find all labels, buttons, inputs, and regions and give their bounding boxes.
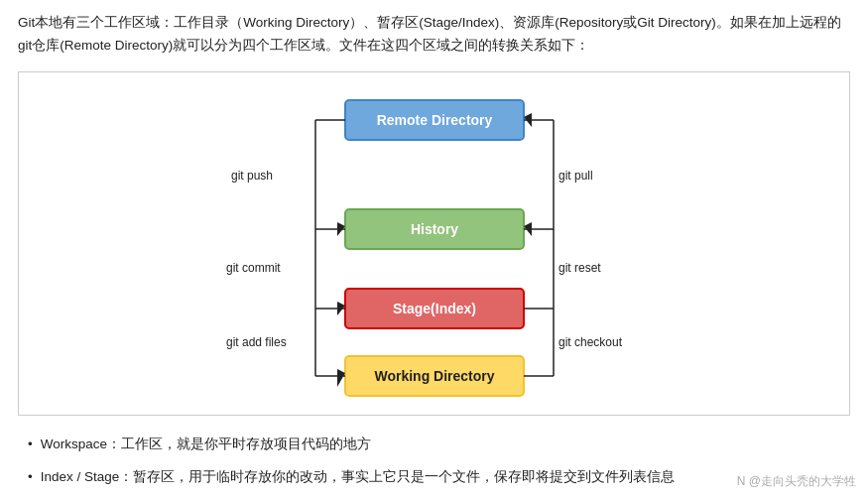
git-push-label: git push	[231, 169, 273, 183]
bullet-workspace-key: Workspace	[41, 434, 107, 456]
bullet-workspace: Workspace：工作区，就是你平时存放项目代码的地方	[18, 434, 850, 456]
git-flow-diagram: Remote Directory History Stage(Index) Wo…	[226, 90, 643, 398]
git-checkout-label: git checkout	[558, 335, 623, 349]
git-commit-label: git commit	[226, 261, 281, 275]
git-pull-label: git pull	[558, 169, 593, 183]
git-reset-label: git reset	[558, 261, 601, 275]
diagram-svg-area: Remote Directory History Stage(Index) Wo…	[226, 90, 643, 401]
diagram-container: Remote Directory History Stage(Index) Wo…	[18, 71, 850, 416]
git-add-label: git add files	[226, 335, 287, 349]
bullet-index-key: Index / Stage	[41, 466, 120, 489]
history-box-label: History	[410, 221, 457, 237]
intro-paragraph: Git本地有三个工作区域：工作目录（Working Directory）、暂存区…	[18, 12, 850, 58]
working-box-label: Working Directory	[374, 368, 494, 384]
bullet-list: Workspace：工作区，就是你平时存放项目代码的地方 Index / Sta…	[18, 434, 850, 498]
bullet-index: Index / Stage：暂存区，用于临时存放你的改动，事实上它只是一个文件，…	[18, 466, 850, 489]
bullet-workspace-text: ：工作区，就是你平时存放项目代码的地方	[107, 434, 371, 456]
stage-box-label: Stage(Index)	[392, 301, 475, 316]
bullet-index-text: ：暂存区，用于临时存放你的改动，事实上它只是一个文件，保存即将提交到文件列表信息	[119, 466, 675, 489]
remote-box-label: Remote Directory	[376, 112, 492, 128]
watermark: N @走向头秃的大学牲	[737, 473, 856, 490]
svg-marker-11	[337, 369, 345, 387]
